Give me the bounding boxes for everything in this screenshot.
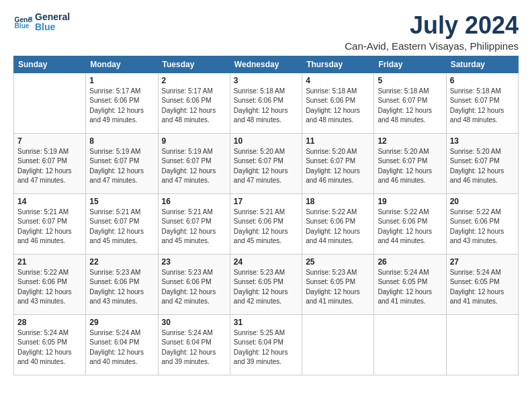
day-number: 16 bbox=[162, 197, 226, 206]
day-info: Sunrise: 5:24 AMSunset: 6:05 PMDaylight:… bbox=[450, 268, 515, 307]
calendar-cell: 12Sunrise: 5:20 AMSunset: 6:07 PMDayligh… bbox=[374, 133, 446, 193]
day-info: Sunrise: 5:18 AMSunset: 6:07 PMDaylight:… bbox=[378, 87, 442, 126]
weekday-header-wednesday: Wednesday bbox=[230, 56, 302, 73]
day-number: 14 bbox=[17, 197, 82, 206]
day-number: 2 bbox=[162, 76, 226, 85]
calendar-cell: 10Sunrise: 5:20 AMSunset: 6:07 PMDayligh… bbox=[230, 133, 302, 193]
day-info: Sunrise: 5:18 AMSunset: 6:06 PMDaylight:… bbox=[306, 87, 370, 126]
day-number: 18 bbox=[306, 197, 370, 206]
day-info: Sunrise: 5:21 AMSunset: 6:07 PMDaylight:… bbox=[162, 208, 226, 246]
day-number: 3 bbox=[234, 76, 298, 85]
calendar-cell: 17Sunrise: 5:21 AMSunset: 6:06 PMDayligh… bbox=[230, 193, 302, 254]
calendar-week-1: 1Sunrise: 5:17 AMSunset: 6:06 PMDaylight… bbox=[14, 73, 519, 133]
calendar-cell: 22Sunrise: 5:23 AMSunset: 6:06 PMDayligh… bbox=[86, 254, 158, 314]
day-number: 22 bbox=[89, 257, 154, 267]
logo-general: General bbox=[35, 12, 70, 22]
day-number: 28 bbox=[17, 318, 82, 327]
day-info: Sunrise: 5:24 AMSunset: 6:05 PMDaylight:… bbox=[17, 328, 82, 367]
weekday-header-saturday: Saturday bbox=[446, 56, 518, 73]
day-number: 30 bbox=[162, 318, 226, 327]
weekday-header-tuesday: Tuesday bbox=[158, 56, 230, 73]
calendar-cell bbox=[302, 314, 374, 375]
calendar-cell: 7Sunrise: 5:19 AMSunset: 6:07 PMDaylight… bbox=[14, 133, 86, 193]
weekday-header-monday: Monday bbox=[86, 56, 158, 73]
day-info: Sunrise: 5:18 AMSunset: 6:06 PMDaylight:… bbox=[234, 87, 298, 126]
calendar-cell: 21Sunrise: 5:22 AMSunset: 6:06 PMDayligh… bbox=[14, 254, 86, 314]
day-info: Sunrise: 5:20 AMSunset: 6:07 PMDaylight:… bbox=[234, 147, 298, 186]
day-info: Sunrise: 5:19 AMSunset: 6:07 PMDaylight:… bbox=[17, 147, 82, 186]
calendar-cell: 18Sunrise: 5:22 AMSunset: 6:06 PMDayligh… bbox=[302, 193, 374, 254]
calendar-cell: 6Sunrise: 5:18 AMSunset: 6:07 PMDaylight… bbox=[446, 73, 518, 133]
calendar-cell: 4Sunrise: 5:18 AMSunset: 6:06 PMDaylight… bbox=[302, 73, 374, 133]
day-info: Sunrise: 5:19 AMSunset: 6:07 PMDaylight:… bbox=[162, 147, 226, 186]
calendar-cell: 13Sunrise: 5:20 AMSunset: 6:07 PMDayligh… bbox=[446, 133, 518, 193]
calendar-cell: 20Sunrise: 5:22 AMSunset: 6:06 PMDayligh… bbox=[446, 193, 518, 254]
calendar-cell: 28Sunrise: 5:24 AMSunset: 6:05 PMDayligh… bbox=[14, 314, 86, 375]
day-number: 6 bbox=[450, 76, 515, 85]
calendar-cell: 30Sunrise: 5:24 AMSunset: 6:04 PMDayligh… bbox=[158, 314, 230, 375]
calendar-week-3: 14Sunrise: 5:21 AMSunset: 6:07 PMDayligh… bbox=[14, 193, 519, 254]
day-number: 25 bbox=[306, 257, 370, 267]
day-number: 21 bbox=[17, 257, 82, 267]
calendar-cell: 8Sunrise: 5:19 AMSunset: 6:07 PMDaylight… bbox=[86, 133, 158, 193]
day-info: Sunrise: 5:22 AMSunset: 6:06 PMDaylight:… bbox=[306, 208, 370, 246]
calendar-cell: 26Sunrise: 5:24 AMSunset: 6:05 PMDayligh… bbox=[374, 254, 446, 314]
calendar-cell: 29Sunrise: 5:24 AMSunset: 6:04 PMDayligh… bbox=[86, 314, 158, 375]
day-info: Sunrise: 5:24 AMSunset: 6:04 PMDaylight:… bbox=[162, 328, 226, 367]
day-info: Sunrise: 5:23 AMSunset: 6:06 PMDaylight:… bbox=[162, 268, 226, 307]
day-info: Sunrise: 5:24 AMSunset: 6:05 PMDaylight:… bbox=[378, 268, 442, 307]
calendar-body: 1Sunrise: 5:17 AMSunset: 6:06 PMDaylight… bbox=[14, 73, 519, 375]
calendar-cell bbox=[446, 314, 518, 375]
calendar-cell: 31Sunrise: 5:25 AMSunset: 6:04 PMDayligh… bbox=[230, 314, 302, 375]
calendar-cell: 5Sunrise: 5:18 AMSunset: 6:07 PMDaylight… bbox=[374, 73, 446, 133]
calendar-cell: 16Sunrise: 5:21 AMSunset: 6:07 PMDayligh… bbox=[158, 193, 230, 254]
day-number: 8 bbox=[89, 136, 154, 146]
day-number: 19 bbox=[378, 197, 442, 206]
logo-blue: Blue bbox=[35, 22, 70, 32]
day-number: 24 bbox=[234, 257, 298, 267]
calendar-week-2: 7Sunrise: 5:19 AMSunset: 6:07 PMDaylight… bbox=[14, 133, 519, 193]
day-number: 23 bbox=[162, 257, 226, 267]
day-info: Sunrise: 5:19 AMSunset: 6:07 PMDaylight:… bbox=[89, 147, 154, 186]
day-number: 5 bbox=[378, 76, 442, 85]
day-info: Sunrise: 5:22 AMSunset: 6:06 PMDaylight:… bbox=[17, 268, 82, 307]
day-number: 17 bbox=[234, 197, 298, 206]
calendar-cell: 3Sunrise: 5:18 AMSunset: 6:06 PMDaylight… bbox=[230, 73, 302, 133]
day-number: 29 bbox=[89, 318, 154, 327]
calendar-cell: 2Sunrise: 5:17 AMSunset: 6:06 PMDaylight… bbox=[158, 73, 230, 133]
day-number: 27 bbox=[450, 257, 515, 267]
day-info: Sunrise: 5:21 AMSunset: 6:07 PMDaylight:… bbox=[17, 208, 82, 246]
day-number: 1 bbox=[89, 76, 154, 85]
calendar-cell: 19Sunrise: 5:22 AMSunset: 6:06 PMDayligh… bbox=[374, 193, 446, 254]
main-title: July 2024 bbox=[345, 12, 519, 39]
logo-icon: General Blue bbox=[13, 13, 32, 32]
calendar-header: SundayMondayTuesdayWednesdayThursdayFrid… bbox=[14, 56, 519, 73]
day-info: Sunrise: 5:23 AMSunset: 6:05 PMDaylight:… bbox=[234, 268, 298, 307]
header: General Blue General Blue July 2024 Can-… bbox=[13, 12, 519, 52]
day-info: Sunrise: 5:20 AMSunset: 6:07 PMDaylight:… bbox=[306, 147, 370, 186]
day-info: Sunrise: 5:23 AMSunset: 6:05 PMDaylight:… bbox=[306, 268, 370, 307]
calendar-cell bbox=[374, 314, 446, 375]
day-info: Sunrise: 5:22 AMSunset: 6:06 PMDaylight:… bbox=[450, 208, 515, 246]
day-number: 26 bbox=[378, 257, 442, 267]
title-block: July 2024 Can-Avid, Eastern Visayas, Phi… bbox=[345, 12, 519, 52]
page: General Blue General Blue July 2024 Can-… bbox=[0, 0, 532, 382]
day-info: Sunrise: 5:17 AMSunset: 6:06 PMDaylight:… bbox=[89, 87, 154, 126]
day-info: Sunrise: 5:22 AMSunset: 6:06 PMDaylight:… bbox=[378, 208, 442, 246]
day-info: Sunrise: 5:20 AMSunset: 6:07 PMDaylight:… bbox=[378, 147, 442, 186]
day-info: Sunrise: 5:20 AMSunset: 6:07 PMDaylight:… bbox=[450, 147, 515, 186]
day-number: 10 bbox=[234, 136, 298, 146]
day-number: 31 bbox=[234, 318, 298, 327]
day-info: Sunrise: 5:25 AMSunset: 6:04 PMDaylight:… bbox=[234, 328, 298, 367]
day-info: Sunrise: 5:21 AMSunset: 6:07 PMDaylight:… bbox=[89, 208, 154, 246]
svg-text:Blue: Blue bbox=[15, 23, 30, 30]
weekday-header-sunday: Sunday bbox=[14, 56, 86, 73]
day-info: Sunrise: 5:21 AMSunset: 6:06 PMDaylight:… bbox=[234, 208, 298, 246]
day-info: Sunrise: 5:17 AMSunset: 6:06 PMDaylight:… bbox=[162, 87, 226, 126]
calendar-cell: 15Sunrise: 5:21 AMSunset: 6:07 PMDayligh… bbox=[86, 193, 158, 254]
subtitle: Can-Avid, Eastern Visayas, Philippines bbox=[345, 40, 519, 52]
logo: General Blue General Blue bbox=[13, 12, 70, 33]
calendar-cell: 27Sunrise: 5:24 AMSunset: 6:05 PMDayligh… bbox=[446, 254, 518, 314]
day-number: 15 bbox=[89, 197, 154, 206]
calendar-week-5: 28Sunrise: 5:24 AMSunset: 6:05 PMDayligh… bbox=[14, 314, 519, 375]
